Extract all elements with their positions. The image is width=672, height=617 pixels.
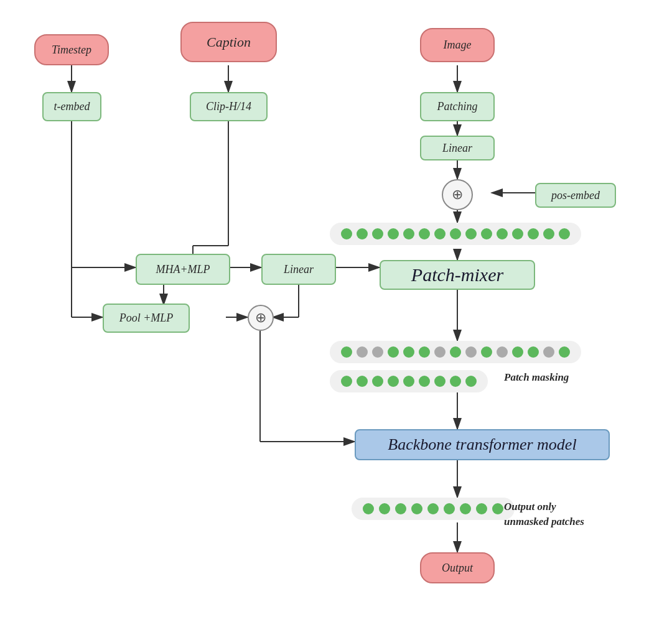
dot-row-output [352,498,515,520]
patch-mixer-node: Patch-mixer [380,260,535,290]
output-unmasked-label: Output only unmasked patches [504,499,584,529]
mha-mlp-node: MHA+MLP [136,254,230,285]
caption-node: Caption [180,22,277,62]
pool-mlp-node: Pool +MLP [103,304,190,333]
pool-add-circle: ⊕ [248,305,274,331]
tembed-node: t-embed [42,92,101,121]
cliph14-node: Clip-H/14 [190,92,268,121]
pos-add-circle: ⊕ [442,179,473,210]
timestep-node: Timestep [34,34,109,65]
linear-top-node: Linear [420,136,495,160]
dot-row-mixed [330,341,581,363]
posembed-node: pos-embed [535,183,616,208]
patch-masking-label: Patch masking [504,371,569,384]
image-node: Image [420,28,495,62]
dot-row-top [330,223,581,245]
output-node: Output [420,552,495,583]
dot-row-unmasked [330,370,488,392]
patching-node: Patching [420,92,495,121]
linear-mid-node: Linear [261,254,336,285]
backbone-node: Backbone transformer model [355,429,610,460]
